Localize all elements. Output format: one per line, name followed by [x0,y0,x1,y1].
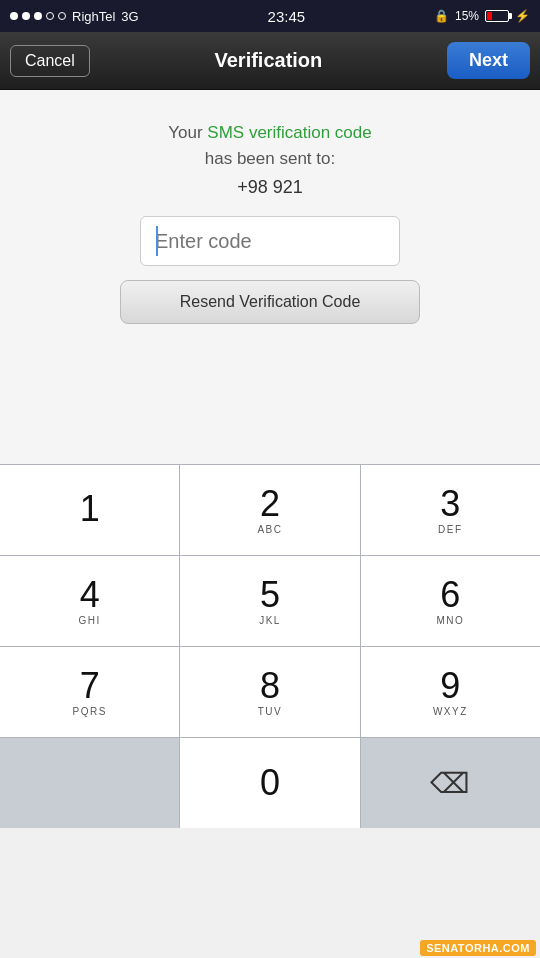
delete-icon: ⌫ [430,767,470,800]
key-4-letters: GHI [79,615,101,626]
keypad: 1 2 ABC 3 DEF 4 GHI 5 JKL 6 MNO 7 PQRS [0,464,540,828]
key-9[interactable]: 9 WXYZ [361,647,540,737]
dot-5 [58,12,66,20]
nav-bar: Cancel Verification Next [0,32,540,90]
key-7[interactable]: 7 PQRS [0,647,180,737]
sms-prefix: Your [168,123,207,142]
status-time: 23:45 [268,8,306,25]
key-9-num: 9 [440,668,460,704]
dot-1 [10,12,18,20]
keypad-row-1: 1 2 ABC 3 DEF [0,465,540,556]
key-1-num: 1 [80,491,100,527]
key-delete[interactable]: ⌫ [361,738,540,828]
dot-4 [46,12,54,20]
lock-icon: 🔒 [434,9,449,23]
key-8[interactable]: 8 TUV [180,647,360,737]
key-5-num: 5 [260,577,280,613]
key-0[interactable]: 0 [180,738,360,828]
signal-dots [10,12,66,20]
key-empty [0,738,180,828]
key-6-letters: MNO [436,615,464,626]
key-0-num: 0 [260,765,280,801]
nav-title: Verification [214,49,322,72]
resend-button[interactable]: Resend Verification Code [120,280,420,324]
content-area: Your SMS verification code has been sent… [0,90,540,344]
cancel-button[interactable]: Cancel [10,45,90,77]
key-5-letters: JKL [259,615,281,626]
key-9-letters: WXYZ [433,706,468,717]
next-button[interactable]: Next [447,42,530,79]
key-3[interactable]: 3 DEF [361,465,540,555]
battery-percent: 15% [455,9,479,23]
key-4-num: 4 [80,577,100,613]
spacer [0,344,540,464]
charging-icon: ⚡ [515,9,530,23]
key-8-letters: TUV [258,706,283,717]
key-4[interactable]: 4 GHI [0,556,180,646]
key-7-num: 7 [80,668,100,704]
sms-highlight: SMS verification code [207,123,371,142]
cursor-line [156,226,158,256]
dot-3 [34,12,42,20]
key-6-num: 6 [440,577,460,613]
keypad-row-4: 0 ⌫ [0,738,540,828]
phone-number: +98 921 [20,177,520,198]
network-label: 3G [121,9,138,24]
key-2[interactable]: 2 ABC [180,465,360,555]
battery-icon [485,10,509,22]
key-8-num: 8 [260,668,280,704]
key-7-letters: PQRS [72,706,106,717]
carrier-label: RighTel [72,9,115,24]
key-5[interactable]: 5 JKL [180,556,360,646]
sms-description: Your SMS verification code has been sent… [20,120,520,171]
key-3-letters: DEF [438,524,463,535]
keypad-row-3: 7 PQRS 8 TUV 9 WXYZ [0,647,540,738]
status-left: RighTel 3G [10,9,139,24]
watermark: SENATORHA.COM [420,940,536,956]
key-1[interactable]: 1 [0,465,180,555]
sms-line2: has been sent to: [205,149,335,168]
dot-2 [22,12,30,20]
key-2-num: 2 [260,486,280,522]
status-right: 🔒 15% ⚡ [434,9,530,23]
code-input[interactable] [140,216,400,266]
code-input-wrap [140,216,400,266]
key-2-letters: ABC [257,524,282,535]
key-6[interactable]: 6 MNO [361,556,540,646]
key-3-num: 3 [440,486,460,522]
keypad-row-2: 4 GHI 5 JKL 6 MNO [0,556,540,647]
status-bar: RighTel 3G 23:45 🔒 15% ⚡ [0,0,540,32]
